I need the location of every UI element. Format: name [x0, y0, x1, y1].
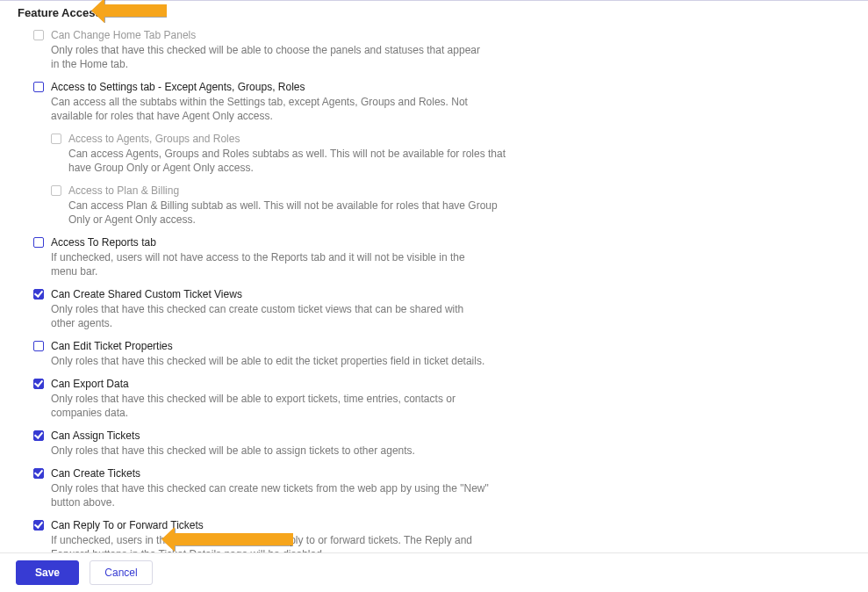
permission-row: Access to Agents, Groups and RolesCan ac… [51, 128, 868, 175]
permission-label: Access to Settings tab - Except Agents, … [51, 81, 490, 93]
permission-checkbox[interactable] [33, 237, 44, 248]
permission-label: Can Export Data [51, 378, 490, 390]
permission-row: Can Assign TicketsOnly roles that have t… [33, 425, 868, 458]
permission-description: Only roles that have this checked will b… [51, 354, 490, 368]
permission-checkbox[interactable] [33, 341, 44, 351]
checkbox-wrapper [33, 468, 44, 479]
checkbox-wrapper [33, 237, 44, 248]
permission-label: Access To Reports tab [51, 236, 490, 249]
save-button[interactable]: Save [16, 560, 79, 585]
permission-texts: Can Change Home Tab PanelsOnly roles tha… [51, 29, 490, 71]
permission-label: Can Change Home Tab Panels [51, 29, 490, 41]
checkbox-wrapper [33, 82, 44, 92]
checkbox-wrapper [33, 30, 44, 40]
permission-row: Access to Plan & BillingCan access Plan … [51, 180, 868, 227]
checkbox-wrapper [33, 341, 44, 351]
permission-checkbox[interactable] [33, 379, 44, 389]
permission-checkbox[interactable] [33, 430, 44, 441]
section-title: Feature Access: [0, 4, 105, 19]
permission-description: Only roles that have this checked will b… [51, 43, 490, 71]
permission-description: Can access Agents, Groups and Roles subt… [68, 147, 507, 175]
permission-row: Access to Settings tab - Except Agents, … [33, 76, 868, 123]
permission-texts: Access to Settings tab - Except Agents, … [51, 81, 490, 123]
permission-checkbox[interactable] [33, 82, 44, 92]
permission-texts: Can Assign TicketsOnly roles that have t… [51, 430, 490, 458]
permission-description: Can access Plan & Billing subtab as well… [68, 199, 507, 227]
permission-checkbox [51, 185, 61, 196]
checkbox-wrapper [33, 379, 44, 389]
permission-list: Can Change Home Tab PanelsOnly roles tha… [0, 19, 868, 592]
checkbox-wrapper [51, 185, 61, 196]
permission-label: Can Edit Ticket Properties [51, 340, 490, 352]
permission-label: Access to Agents, Groups and Roles [68, 133, 507, 145]
permission-description: Only roles that have this checked will b… [51, 392, 490, 420]
permission-checkbox[interactable] [33, 520, 44, 531]
permission-description: Only roles that have this checked will b… [51, 444, 490, 458]
permission-row: Can Edit Ticket PropertiesOnly roles tha… [33, 336, 868, 368]
permission-description: Only roles that have this checked can cr… [51, 302, 490, 330]
permission-label: Can Create Tickets [51, 467, 490, 480]
checkbox-wrapper [33, 520, 44, 531]
page: Feature Access: Can Change Home Tab Pane… [0, 0, 868, 592]
footer: Save Cancel [0, 552, 868, 592]
permission-checkbox [33, 30, 44, 40]
permission-checkbox[interactable] [33, 289, 44, 300]
permission-description: Only roles that have this checked can cr… [51, 481, 490, 509]
cancel-button[interactable]: Cancel [90, 560, 153, 585]
permission-label: Can Reply To or Forward Tickets [51, 519, 490, 531]
permission-texts: Can Export DataOnly roles that have this… [51, 378, 490, 420]
permission-texts: Can Edit Ticket PropertiesOnly roles tha… [51, 340, 490, 368]
content: Feature Access: Can Change Home Tab Pane… [0, 1, 868, 592]
permission-description: Can access all the subtabs within the Se… [51, 95, 490, 123]
permission-row: Can Export DataOnly roles that have this… [33, 373, 868, 420]
permission-row: Can Change Home Tab PanelsOnly roles tha… [33, 25, 868, 71]
permission-row: Can Create Shared Custom Ticket ViewsOnl… [33, 284, 868, 330]
permission-label: Can Assign Tickets [51, 430, 490, 442]
permission-label: Access to Plan & Billing [68, 184, 507, 197]
permission-texts: Access to Plan & BillingCan access Plan … [68, 184, 507, 227]
permission-label: Can Create Shared Custom Ticket Views [51, 288, 490, 300]
checkbox-wrapper [33, 430, 44, 441]
checkbox-wrapper [51, 134, 61, 144]
permission-texts: Can Create Shared Custom Ticket ViewsOnl… [51, 288, 490, 330]
checkbox-wrapper [33, 289, 44, 300]
permission-texts: Access To Reports tabIf unchecked, users… [51, 236, 490, 278]
permission-description: If unchecked, users will not have access… [51, 250, 490, 278]
permission-checkbox [51, 134, 61, 144]
permission-texts: Access to Agents, Groups and RolesCan ac… [68, 133, 507, 175]
permission-row: Access To Reports tabIf unchecked, users… [33, 232, 868, 278]
permission-checkbox[interactable] [33, 468, 44, 479]
permission-row: Can Create TicketsOnly roles that have t… [33, 463, 868, 509]
permission-texts: Can Create TicketsOnly roles that have t… [51, 467, 490, 509]
